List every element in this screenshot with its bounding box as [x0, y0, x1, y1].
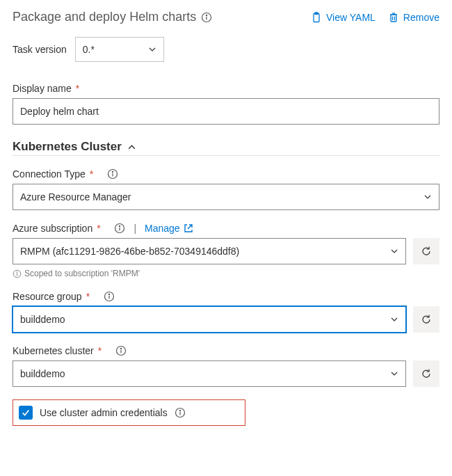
azure-subscription-select[interactable]: RMPM (afc11291-9826-46be-b852-70349146dd… [13, 238, 406, 264]
task-version-value: 0.* [83, 44, 95, 55]
admin-credentials-checkbox[interactable] [19, 406, 33, 420]
display-name-label: Display name* [13, 83, 439, 94]
connection-type-value: Azure Resource Manager [20, 191, 131, 203]
trash-icon [388, 12, 399, 23]
resource-group-select[interactable]: builddemo [13, 306, 406, 333]
display-name-value: Deploy helm chart [20, 106, 99, 117]
title-text: Package and deploy Helm charts [13, 10, 196, 24]
display-name-field: Display name* Deploy helm chart [13, 83, 439, 125]
header-actions: View YAML Remove [311, 12, 439, 23]
connection-type-label: Connection Type* [13, 168, 439, 180]
info-icon[interactable] [201, 12, 212, 23]
chevron-up-icon [127, 143, 136, 152]
task-version-row: Task version 0.* [13, 37, 439, 62]
connection-type-field: Connection Type* Azure Resource Manager [13, 168, 439, 210]
task-version-label: Task version [13, 44, 67, 55]
section-title: Kubernetes Cluster [13, 140, 122, 154]
svg-rect-3 [314, 13, 319, 22]
section-kubernetes-cluster[interactable]: Kubernetes Cluster [13, 140, 439, 156]
info-icon[interactable] [115, 345, 127, 356]
svg-point-21 [108, 294, 109, 294]
chevron-down-icon [390, 370, 398, 378]
info-icon[interactable] [104, 291, 115, 302]
required-marker: * [76, 83, 79, 94]
admin-credentials-row: Use cluster admin credentials [13, 399, 245, 426]
view-yaml-button[interactable]: View YAML [311, 12, 376, 23]
svg-point-27 [179, 410, 180, 411]
refresh-subscription-button[interactable] [413, 238, 439, 264]
svg-rect-5 [391, 15, 396, 22]
chevron-down-icon [390, 315, 398, 324]
page-title: Package and deploy Helm charts [13, 10, 212, 24]
resource-group-label: Resource group* [13, 291, 439, 302]
kubernetes-cluster-select[interactable]: builddemo [13, 360, 406, 387]
external-link-icon [183, 223, 194, 234]
svg-point-1 [207, 15, 207, 15]
clipboard-icon [311, 12, 322, 23]
info-icon[interactable] [114, 223, 125, 234]
manage-link[interactable]: Manage [145, 223, 194, 234]
refresh-icon [421, 246, 432, 257]
azure-subscription-value: RMPM (afc11291-9826-46be-b852-70349146dd… [20, 246, 239, 257]
task-version-select[interactable]: 0.* [75, 37, 164, 62]
header: Package and deploy Helm charts View YAML… [13, 10, 439, 24]
resource-group-field: Resource group* builddemo [13, 291, 439, 333]
checkmark-icon [21, 408, 31, 418]
kubernetes-cluster-label: Kubernetes cluster* [13, 345, 439, 356]
chevron-down-icon [390, 247, 398, 255]
info-icon [13, 269, 22, 278]
resource-group-value: builddemo [20, 314, 65, 325]
info-icon[interactable] [175, 407, 186, 418]
kubernetes-cluster-value: builddemo [20, 368, 65, 379]
svg-point-24 [120, 348, 121, 349]
svg-point-11 [112, 171, 113, 172]
azure-subscription-label: Azure subscription* | Manage [13, 223, 439, 234]
view-yaml-label: View YAML [326, 12, 376, 23]
svg-line-16 [188, 225, 192, 229]
svg-point-14 [120, 225, 120, 226]
admin-credentials-label: Use cluster admin credentials [40, 407, 168, 418]
refresh-cluster-button[interactable] [413, 360, 439, 387]
chevron-down-icon [423, 193, 432, 201]
remove-button[interactable]: Remove [388, 12, 439, 23]
svg-point-18 [17, 271, 17, 272]
kubernetes-cluster-field: Kubernetes cluster* builddemo [13, 345, 439, 387]
display-name-input[interactable]: Deploy helm chart [13, 98, 439, 125]
refresh-icon [421, 314, 432, 325]
refresh-resource-group-button[interactable] [413, 306, 439, 333]
chevron-down-icon [148, 45, 156, 54]
connection-type-select[interactable]: Azure Resource Manager [13, 184, 439, 210]
subscription-scope-hint: Scoped to subscription 'RMPM' [13, 269, 439, 278]
remove-label: Remove [403, 12, 439, 23]
separator: | [134, 223, 136, 234]
azure-subscription-field: Azure subscription* | Manage RMPM (afc11… [13, 223, 439, 278]
info-icon[interactable] [107, 168, 118, 180]
refresh-icon [421, 368, 432, 379]
